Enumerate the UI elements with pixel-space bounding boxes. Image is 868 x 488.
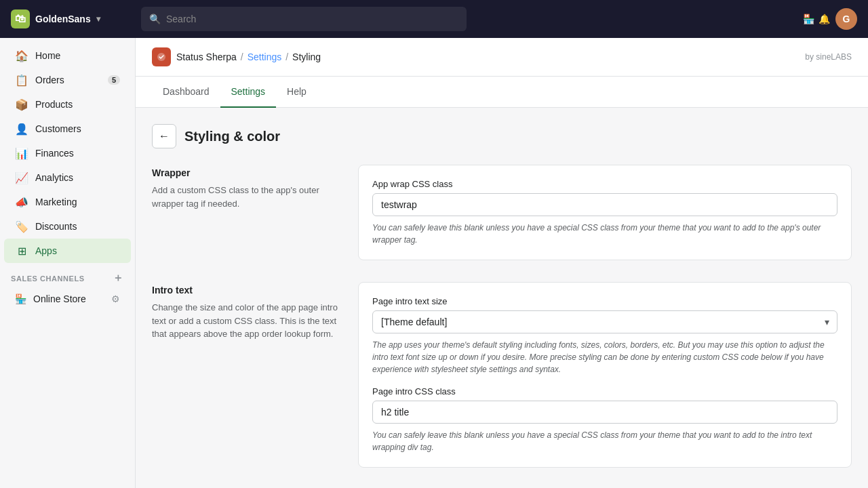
online-store-icon: 🏪	[15, 293, 26, 304]
marketing-icon: 📣	[15, 195, 28, 209]
sidebar-item-label: Analytics	[35, 172, 73, 183]
app-wrap-label: App wrap CSS class	[372, 179, 837, 189]
sidebar-item-marketing[interactable]: 📣 Marketing	[4, 190, 131, 214]
intro-size-select[interactable]: [Theme default] Small Medium Large X-Lar…	[372, 310, 837, 333]
tabs: Dashboard Settings Help	[136, 77, 868, 108]
intro-size-select-wrap: [Theme default] Small Medium Large X-Lar…	[372, 310, 837, 333]
orders-icon: 📋	[15, 73, 28, 87]
search-bar[interactable]: 🔍	[141, 7, 467, 31]
back-button[interactable]: ←	[152, 124, 176, 148]
sales-channels-label: SALES CHANNELS	[11, 274, 85, 283]
breadcrumb: Status Sherpa / Settings / Styling	[176, 52, 321, 62]
topbar: 🛍 GoldenSans ▾ 🔍 🏪 🔔 G	[0, 0, 868, 38]
bell-icon[interactable]: 🔔	[818, 14, 830, 24]
app-header: Status Sherpa / Settings / Styling by si…	[136, 38, 868, 77]
sidebar: 🏠 Home 📋 Orders 5 📦 Products 👤 Customers…	[0, 38, 136, 488]
sidebar-item-label: Finances	[35, 148, 74, 159]
tab-help[interactable]: Help	[276, 77, 317, 108]
intro-css-label: Page intro CSS class	[372, 386, 837, 396]
sidebar-item-home[interactable]: 🏠 Home	[4, 43, 131, 68]
sidebar-item-orders[interactable]: 📋 Orders 5	[4, 68, 131, 92]
products-icon: 📦	[15, 98, 28, 111]
topbar-actions: 🏪 🔔	[803, 14, 830, 24]
home-icon: 🏠	[15, 49, 28, 62]
sidebar-item-discounts[interactable]: 🏷️ Discounts	[4, 214, 131, 239]
settings-breadcrumb[interactable]: Settings	[248, 52, 282, 62]
wrapper-card: App wrap CSS class You can safely leave …	[358, 165, 852, 260]
app-name: Status Sherpa	[176, 52, 237, 62]
app-wrap-input[interactable]	[372, 193, 837, 216]
sidebar-item-analytics[interactable]: 📈 Analytics	[4, 165, 131, 190]
apps-icon: ⊞	[15, 244, 28, 258]
app-wrap-hint: You can safely leave this blank unless y…	[372, 222, 837, 246]
tab-settings[interactable]: Settings	[220, 77, 277, 108]
intro-text-section: Intro text Change the size and color of …	[152, 282, 852, 468]
sidebar-item-label: Orders	[35, 75, 64, 85]
by-label: by sineLABS	[805, 52, 852, 62]
discounts-icon: 🏷️	[15, 220, 28, 233]
layout: 🏠 Home 📋 Orders 5 📦 Products 👤 Customers…	[0, 38, 868, 488]
sidebar-item-label: Products	[35, 99, 73, 110]
sidebar-item-finances[interactable]: 📊 Finances	[4, 141, 131, 165]
brand-chevron-icon: ▾	[96, 14, 100, 24]
intro-text-description: Change the size and color of the app pag…	[152, 301, 342, 341]
analytics-icon: 📈	[15, 171, 28, 184]
app-wrap-field-group: App wrap CSS class You can safely leave …	[372, 179, 837, 246]
app-header-left: Status Sherpa / Settings / Styling	[152, 47, 321, 66]
sidebar-item-label: Customers	[35, 123, 81, 134]
intro-size-field-group: Page intro text size [Theme default] Sma…	[372, 296, 837, 375]
orders-badge: 5	[108, 75, 120, 85]
sidebar-item-online-store[interactable]: 🏪 Online Store ⚙	[4, 288, 131, 310]
online-store-left: 🏪 Online Store	[15, 293, 86, 304]
online-store-label: Online Store	[33, 293, 86, 304]
app-logo-svg	[156, 52, 167, 62]
intro-text-card: Page intro text size [Theme default] Sma…	[358, 282, 852, 468]
avatar[interactable]: G	[835, 8, 857, 30]
intro-size-label: Page intro text size	[372, 296, 837, 306]
styling-breadcrumb: Styling	[292, 52, 321, 62]
add-sales-channel-icon[interactable]: ＋	[113, 271, 124, 285]
wrapper-section: Wrapper Add a custom CSS class to the ap…	[152, 165, 852, 260]
wrapper-label-col: Wrapper Add a custom CSS class to the ap…	[152, 165, 342, 260]
sidebar-item-products[interactable]: 📦 Products	[4, 92, 131, 117]
main-content: Status Sherpa / Settings / Styling by si…	[136, 38, 868, 488]
intro-size-hint: The app uses your theme's default stylin…	[372, 339, 837, 375]
sidebar-item-apps[interactable]: ⊞ Apps	[4, 239, 131, 263]
brand[interactable]: 🛍 GoldenSans ▾	[11, 9, 133, 28]
breadcrumb-sep-2: /	[285, 52, 288, 62]
intro-css-field-group: Page intro CSS class You can safely leav…	[372, 386, 837, 453]
sidebar-item-label: Home	[35, 50, 60, 61]
breadcrumb-sep-1: /	[241, 52, 243, 62]
intro-text-label-col: Intro text Change the size and color of …	[152, 282, 342, 468]
finances-icon: 📊	[15, 146, 28, 160]
topbar-right: 🏪 🔔 G	[803, 8, 857, 30]
store-icon[interactable]: 🏪	[803, 14, 814, 24]
wrapper-description: Add a custom CSS class to the app's oute…	[152, 184, 342, 210]
search-icon: 🔍	[149, 14, 161, 24]
tab-dashboard[interactable]: Dashboard	[152, 77, 220, 108]
wrapper-heading: Wrapper	[152, 167, 342, 178]
intro-css-hint: You can safely leave this blank unless y…	[372, 429, 837, 453]
intro-css-input[interactable]	[372, 401, 837, 424]
page-header: ← Styling & color	[152, 124, 852, 148]
search-input[interactable]	[166, 14, 458, 24]
shopify-logo-icon: 🛍	[11, 9, 30, 28]
settings-content: ← Styling & color Wrapper Add a custom C…	[136, 108, 868, 488]
sales-channels-section: SALES CHANNELS ＋	[0, 263, 135, 288]
sidebar-item-label: Discounts	[35, 221, 77, 232]
sidebar-item-customers[interactable]: 👤 Customers	[4, 117, 131, 141]
app-icon	[152, 47, 171, 66]
sidebar-item-label: Apps	[35, 245, 57, 256]
page-title: Styling & color	[184, 129, 280, 144]
intro-text-heading: Intro text	[152, 285, 342, 296]
brand-name: GoldenSans	[35, 14, 91, 24]
online-store-gear-icon[interactable]: ⚙	[111, 293, 120, 304]
sidebar-item-label: Marketing	[35, 197, 77, 207]
customers-icon: 👤	[15, 122, 28, 136]
